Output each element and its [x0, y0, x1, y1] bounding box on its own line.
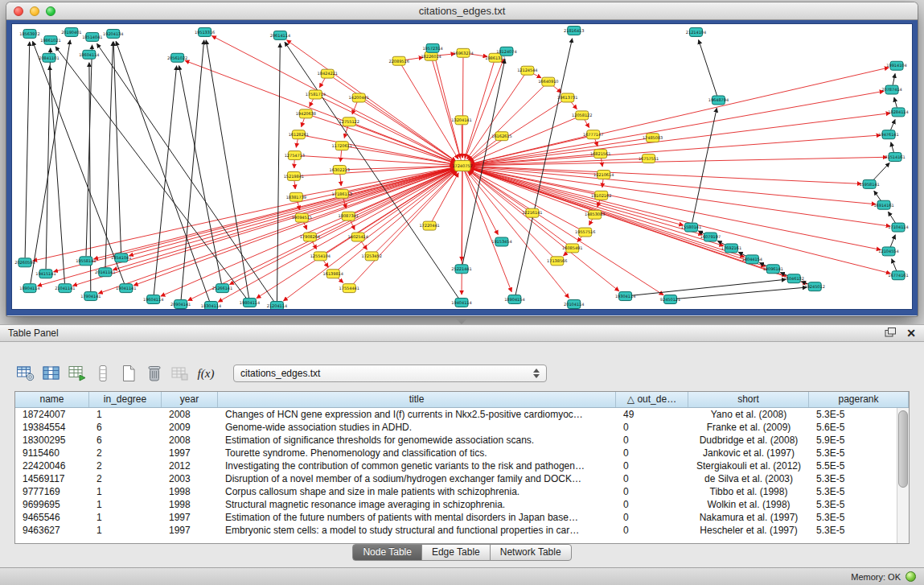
graph-edge[interactable] — [465, 62, 494, 158]
zoom-window-button[interactable] — [46, 6, 55, 16]
table-cell[interactable]: 5.9E-5 — [809, 434, 909, 447]
table-cell[interactable]: Yano et al. (2008) — [688, 408, 809, 421]
graph-node[interactable]: 92450121 — [660, 295, 680, 304]
graph-hub-node[interactable]: 17240757 — [452, 161, 472, 171]
table-cell[interactable]: 1 — [89, 498, 162, 511]
graph-edge[interactable] — [302, 118, 305, 127]
column-options-button[interactable] — [93, 364, 113, 383]
table-row[interactable]: 1938455462009Genome-wide association stu… — [15, 421, 909, 434]
graph-node[interactable]: 22089516 — [388, 56, 409, 65]
graph-edge[interactable] — [105, 42, 113, 267]
table-cell[interactable]: 49 — [616, 408, 688, 421]
table-cell[interactable]: 9465546 — [15, 511, 89, 524]
graph-edge[interactable] — [50, 66, 65, 284]
table-select-dropdown[interactable]: citations_edges.txt — [233, 365, 547, 382]
table-cell[interactable]: 9463627 — [15, 524, 89, 537]
table-cell[interactable]: 6 — [89, 434, 162, 447]
table-cell[interactable]: 1997 — [162, 511, 218, 524]
table-cell[interactable]: 9699695 — [15, 498, 89, 511]
table-cell[interactable]: 1 — [89, 408, 162, 421]
graph-node[interactable]: 20787414 — [881, 85, 901, 94]
table-cell[interactable]: 0 — [616, 498, 688, 511]
graph-edge[interactable] — [310, 99, 314, 107]
table-cell[interactable]: 6 — [89, 421, 162, 434]
graph-edge[interactable] — [515, 39, 572, 295]
tab-edge-table[interactable]: Edge Table — [421, 544, 491, 561]
tab-network-table[interactable]: Network Table — [490, 544, 572, 561]
graph-edge[interactable] — [33, 167, 458, 261]
graph-edge[interactable] — [595, 139, 598, 146]
graph-edge[interactable] — [352, 171, 457, 284]
network-window-titlebar[interactable]: citations_edges.txt — [6, 2, 918, 20]
graph-node[interactable]: 15580141 — [681, 223, 701, 232]
table-cell[interactable]: Investigating the contribution of common… — [218, 459, 616, 472]
graph-node[interactable]: 19420638 — [296, 109, 316, 118]
graph-node[interactable]: 19404114 — [451, 299, 471, 307]
graph-edge[interactable] — [602, 179, 603, 187]
graph-node[interactable]: 21214104 — [686, 27, 706, 36]
graph-edge[interactable] — [340, 150, 341, 162]
network-canvas[interactable]: 1724075718424221175817141942063816128261… — [11, 23, 913, 310]
column-header[interactable]: pagerank — [809, 392, 909, 407]
close-panel-icon[interactable]: ✕ — [906, 328, 916, 339]
graph-node[interactable]: 19476141 — [878, 130, 898, 139]
select-columns-button[interactable] — [42, 364, 61, 383]
graph-edge[interactable] — [435, 56, 462, 161]
graph-node[interactable]: 20190401 — [61, 27, 81, 36]
scrollbar-thumb[interactable] — [898, 410, 908, 488]
table-cell[interactable]: 2 — [89, 459, 162, 472]
graph-node[interactable]: 19304114 — [615, 292, 635, 301]
graph-edge[interactable] — [319, 78, 325, 88]
graph-node[interactable]: 18424221 — [318, 69, 338, 78]
graph-edge[interactable] — [467, 167, 766, 266]
graph-edge[interactable] — [699, 39, 717, 95]
graph-node[interactable]: 20104114 — [564, 300, 584, 309]
table-cell[interactable]: 0 — [616, 485, 688, 498]
table-cell[interactable]: Nakamura et al. (1997) — [688, 511, 809, 524]
graph-node[interactable]: 17692161 — [721, 244, 741, 253]
graph-node[interactable]: 19804114 — [240, 299, 260, 307]
graph-node[interactable]: 19096141 — [763, 265, 783, 274]
graph-edge[interactable] — [893, 73, 895, 84]
graph-edge[interactable] — [890, 120, 895, 130]
panel-divider-handle[interactable] — [456, 319, 467, 324]
graph-edge[interactable] — [352, 102, 357, 114]
graph-edge[interactable] — [401, 65, 458, 159]
graph-edge[interactable] — [277, 43, 280, 301]
graph-edge[interactable] — [46, 48, 51, 269]
rename-table-button[interactable] — [170, 364, 190, 383]
graph-edge[interactable] — [630, 279, 786, 295]
table-cell[interactable]: Estimation of the future numbers of pati… — [218, 511, 616, 524]
graph-edge[interactable] — [218, 168, 458, 302]
delete-table-button[interactable] — [145, 364, 164, 383]
graph-node[interactable]: 16963274 — [453, 48, 473, 57]
graph-edge[interactable] — [890, 235, 895, 247]
graph-node[interactable]: 19572314 — [422, 43, 442, 52]
graph-node[interactable]: 20260594 — [14, 258, 35, 267]
graph-node[interactable]: 17138566 — [547, 257, 567, 266]
table-row[interactable]: 946362711997Embryonic stem cells: a mode… — [15, 524, 909, 537]
graph-edge[interactable] — [344, 166, 454, 169]
graph-edge[interactable] — [323, 260, 329, 267]
graph-edge[interactable] — [206, 40, 248, 298]
graph-node[interactable]: 19557516 — [575, 228, 595, 237]
table-cell[interactable]: 18724007 — [15, 408, 89, 421]
graph-node[interactable]: 17554441 — [339, 284, 359, 293]
graph-node[interactable]: 13204141 — [451, 116, 471, 125]
graph-edge[interactable] — [25, 42, 30, 257]
table-cell[interactable]: 9115460 — [15, 447, 89, 459]
graph-edge[interactable] — [462, 58, 463, 158]
graph-edge[interactable] — [296, 139, 298, 147]
graph-node[interactable]: 18541041 — [111, 253, 131, 262]
table-cell[interactable]: 19384554 — [15, 421, 89, 434]
table-cell[interactable]: Estimation of significance thresholds fo… — [218, 434, 616, 447]
graph-edge[interactable] — [320, 97, 455, 163]
graph-node[interactable]: 17104114 — [888, 223, 908, 232]
graph-node[interactable]: 18604114 — [79, 50, 99, 59]
graph-node[interactable]: 19204134 — [103, 29, 123, 38]
graph-node[interactable]: 12210614 — [593, 170, 614, 179]
graph-edge[interactable] — [571, 101, 577, 109]
graph-edge[interactable] — [363, 101, 455, 162]
graph-edge[interactable] — [467, 75, 525, 159]
graph-edge[interactable] — [873, 163, 889, 180]
